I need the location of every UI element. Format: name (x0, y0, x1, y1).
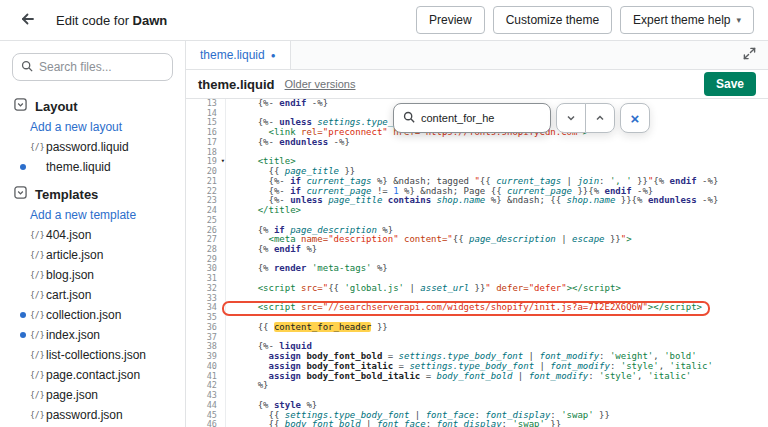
search-files-input[interactable] (39, 60, 159, 74)
find-previous-button[interactable] (585, 103, 615, 133)
back-button[interactable] (14, 6, 42, 34)
file-item-index.json[interactable]: {/}index.json (0, 325, 185, 345)
file-name: 404.json (46, 228, 91, 242)
find-close-button[interactable]: × (620, 103, 650, 133)
customize-theme-button[interactable]: Customize theme (493, 6, 612, 34)
file-item-list-collections.json[interactable]: {/}list-collections.json (0, 345, 185, 365)
code-line[interactable]: %} (236, 381, 768, 391)
modified-dot (20, 164, 30, 170)
code-file-icon: {/} (30, 251, 46, 260)
code-line[interactable]: </title> (236, 206, 768, 216)
code-line[interactable] (236, 148, 768, 158)
modified-dot (20, 312, 30, 318)
file-name: index.json (46, 328, 100, 342)
unsaved-dot: ● (271, 51, 276, 60)
file-name: password.json (46, 408, 123, 422)
file-name: blog.json (46, 268, 94, 282)
preview-button[interactable]: Preview (416, 6, 485, 34)
file-item-collection.json[interactable]: {/}collection.json (0, 305, 185, 325)
code-line[interactable]: <script src="{{ 'global.js' | asset_url … (236, 284, 768, 294)
layout-file-list: {/}password.liquidtheme.liquid (0, 137, 185, 177)
code-line[interactable]: {%- unless page_title contains shop.name… (236, 196, 768, 206)
code-editor[interactable]: 13141516171819▾2021222324252627282930313… (186, 99, 768, 427)
code-file-icon: {/} (30, 143, 46, 152)
code-line[interactable] (236, 333, 768, 343)
code-file-icon: {/} (30, 351, 46, 360)
theme-name: Dawn (133, 13, 168, 28)
find-next-button[interactable] (556, 103, 586, 133)
code-file-icon: {/} (30, 231, 46, 240)
expand-icon (743, 47, 756, 63)
file-name: list-collections.json (46, 348, 146, 362)
tab-strip: theme.liquid ● (186, 41, 768, 70)
file-title: theme.liquid (198, 77, 275, 92)
arrow-left-icon (20, 11, 36, 30)
chevron-down-icon (566, 111, 576, 126)
older-versions-link[interactable]: Older versions (285, 78, 356, 90)
file-item-blog.json[interactable]: {/}blog.json (0, 265, 185, 285)
expand-editor-button[interactable] (743, 47, 756, 63)
code-line[interactable]: {{ body_font_bold | font_face: font_disp… (236, 420, 768, 427)
tab-theme-liquid[interactable]: theme.liquid ● (186, 41, 291, 69)
file-item-page.json[interactable]: {/}page.json (0, 385, 185, 405)
add-new-template-link[interactable]: Add a new template (0, 205, 185, 225)
search-files-field[interactable] (12, 53, 173, 81)
section-header-layout[interactable]: Layout (0, 95, 185, 117)
close-icon: × (631, 110, 640, 127)
code-file-icon: {/} (30, 291, 46, 300)
section-header-templates[interactable]: Templates (0, 183, 185, 205)
file-name: collection.json (46, 308, 121, 322)
code-line[interactable]: {%- endunless -%} (236, 138, 768, 148)
file-name: page.json (46, 388, 98, 402)
editor-main: theme.liquid ● theme.liquid Older versio… (186, 41, 768, 427)
code-line[interactable]: <script src="//searchserverapi.com/widge… (236, 303, 768, 313)
find-field[interactable] (393, 103, 551, 133)
code-line[interactable]: {{ content_for_header }} (236, 323, 768, 333)
file-name: page.contact.json (46, 368, 140, 382)
code-file-icon: {/} (30, 371, 46, 380)
fold-arrow-icon[interactable]: ▾ (221, 157, 225, 167)
code-area[interactable]: {%- endif -%} {%- unless settings.type_h… (226, 99, 768, 427)
file-item-cart.json[interactable]: {/}cart.json (0, 285, 185, 305)
find-overlay: × (393, 103, 650, 133)
file-item-article.json[interactable]: {/}article.json (0, 245, 185, 265)
file-name: cart.json (46, 288, 91, 302)
file-item-password.json[interactable]: {/}password.json (0, 405, 185, 425)
code-file-icon: {/} (30, 311, 46, 320)
section-label: Layout (35, 99, 78, 114)
file-item-page.contact.json[interactable]: {/}page.contact.json (0, 365, 185, 385)
topbar-actions: Preview Customize theme Expert theme hel… (416, 6, 754, 34)
file-item-password.liquid[interactable]: {/}password.liquid (0, 137, 185, 157)
code-file-icon: {/} (30, 271, 46, 280)
collapse-section-icon (14, 186, 27, 202)
file-sidebar: Layout Add a new layout {/}password.liqu… (0, 41, 186, 427)
page-title: Edit code for Dawn (56, 13, 167, 28)
code-line[interactable]: {% endif %} (236, 245, 768, 255)
find-input[interactable] (421, 112, 531, 124)
chevron-down-icon: ▾ (736, 15, 741, 25)
chevron-up-icon (595, 111, 605, 126)
file-item-404.json[interactable]: {/}404.json (0, 225, 185, 245)
template-file-list: {/}404.json{/}article.json{/}blog.json{/… (0, 225, 185, 425)
section-label: Templates (35, 187, 98, 202)
file-item-theme.liquid[interactable]: theme.liquid (0, 157, 185, 177)
file-header: theme.liquid Older versions Save (186, 70, 768, 99)
collapse-section-icon (14, 98, 27, 114)
code-file-icon: {/} (30, 391, 46, 400)
search-icon (403, 109, 415, 127)
file-name: password.liquid (46, 140, 129, 154)
code-line[interactable]: {% render 'meta-tags' %} (236, 264, 768, 274)
topbar: Edit code for Dawn Preview Customize the… (0, 0, 768, 41)
line-number: 46 (186, 420, 217, 427)
file-name: theme.liquid (46, 160, 111, 174)
expert-theme-help-button[interactable]: Expert theme help ▾ (620, 6, 754, 34)
add-new-layout-link[interactable]: Add a new layout (0, 117, 185, 137)
code-line[interactable]: assign body_font_bold_italic = body_font… (236, 372, 768, 382)
modified-dot (20, 332, 30, 338)
file-name: article.json (46, 248, 103, 262)
find-nav-buttons (556, 103, 615, 133)
code-file-icon: {/} (30, 411, 46, 420)
search-icon (21, 58, 33, 76)
save-button[interactable]: Save (704, 72, 756, 96)
line-number-gutter: 13141516171819▾2021222324252627282930313… (186, 99, 226, 427)
